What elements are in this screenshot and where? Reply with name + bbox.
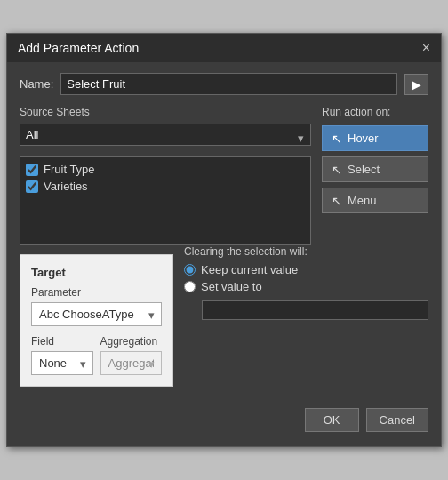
ok-cancel-row: OK Cancel xyxy=(20,408,428,436)
run-action-label: Run action on: xyxy=(322,106,428,118)
hover-button[interactable]: ↖ Hover xyxy=(322,125,428,151)
hover-label: Hover xyxy=(348,132,379,145)
set-value-radio[interactable] xyxy=(184,281,196,292)
title-bar: Add Parameter Action × xyxy=(7,34,441,62)
sheets-list: Fruit Type Varieties xyxy=(20,156,311,245)
aggregation-col: Aggregation Aggregation xyxy=(100,335,163,375)
main-columns: Source Sheets All Fruit Type Varieties xyxy=(20,106,428,245)
aggregation-label: Aggregation xyxy=(100,335,163,348)
aggregation-dropdown[interactable]: Aggregation xyxy=(100,351,163,375)
menu-icon: ↖ xyxy=(332,195,342,207)
ok-button[interactable]: OK xyxy=(305,408,359,432)
list-item: Fruit Type xyxy=(26,163,305,176)
field-col: Field None xyxy=(31,335,93,375)
varieties-checkbox[interactable] xyxy=(26,180,38,193)
hover-icon: ↖ xyxy=(332,132,342,145)
dialog-body: Name: ▶ Source Sheets All Fruit Type xyxy=(7,62,441,446)
set-value-label: Set value to xyxy=(201,280,262,293)
clearing-label: Clearing the selection will: xyxy=(184,245,428,258)
dialog-title: Add Parameter Action xyxy=(18,41,139,55)
select-button[interactable]: ↖ Select xyxy=(322,156,428,182)
menu-label: Menu xyxy=(348,194,377,207)
parameter-label: Parameter xyxy=(31,286,162,299)
varieties-label: Varieties xyxy=(44,180,88,193)
parameter-dropdown-wrapper: Abc ChooseAType xyxy=(31,302,162,326)
parameter-dropdown[interactable]: Abc ChooseAType xyxy=(31,302,162,326)
target-section: Target Parameter Abc ChooseAType Field N… xyxy=(20,254,173,387)
name-row: Name: ▶ xyxy=(20,73,428,95)
source-dropdown-wrapper: All xyxy=(20,124,311,151)
field-dropdown-wrapper: None xyxy=(31,351,93,375)
menu-button[interactable]: ↖ Menu xyxy=(322,188,428,213)
keep-current-label: Keep current value xyxy=(201,263,298,276)
source-sheets-dropdown[interactable]: All xyxy=(20,124,311,146)
source-sheets-label: Source Sheets xyxy=(20,106,311,118)
name-arrow-button[interactable]: ▶ xyxy=(404,74,428,95)
list-item: Varieties xyxy=(26,180,305,193)
keep-current-radio[interactable] xyxy=(184,264,196,276)
bottom-row: Target Parameter Abc ChooseAType Field N… xyxy=(20,245,428,396)
aggregation-dropdown-wrapper: Aggregation xyxy=(100,351,163,375)
fruit-type-checkbox[interactable] xyxy=(26,164,38,176)
add-parameter-action-dialog: Add Parameter Action × Name: ▶ Source Sh… xyxy=(6,33,442,447)
run-action-section: Run action on: ↖ Hover ↖ Select ↖ Menu xyxy=(322,106,428,219)
source-sheets-section: Source Sheets All Fruit Type Varieties xyxy=(20,106,311,245)
select-label: Select xyxy=(348,163,380,176)
target-section-label: Target xyxy=(31,266,162,279)
field-dropdown[interactable]: None xyxy=(31,351,93,375)
name-input[interactable] xyxy=(60,73,397,95)
close-button[interactable]: × xyxy=(422,41,430,55)
fruit-type-label: Fruit Type xyxy=(44,163,95,176)
cancel-button[interactable]: Cancel xyxy=(366,408,428,432)
select-icon: ↖ xyxy=(332,164,342,176)
field-label: Field xyxy=(31,335,93,348)
clearing-section: Clearing the selection will: Keep curren… xyxy=(184,245,428,320)
field-row: Field None Aggregation Aggregation xyxy=(31,335,162,375)
set-value-option: Set value to xyxy=(184,280,428,293)
set-value-input[interactable] xyxy=(202,300,428,320)
name-label: Name: xyxy=(20,77,53,91)
keep-current-option: Keep current value xyxy=(184,263,428,276)
